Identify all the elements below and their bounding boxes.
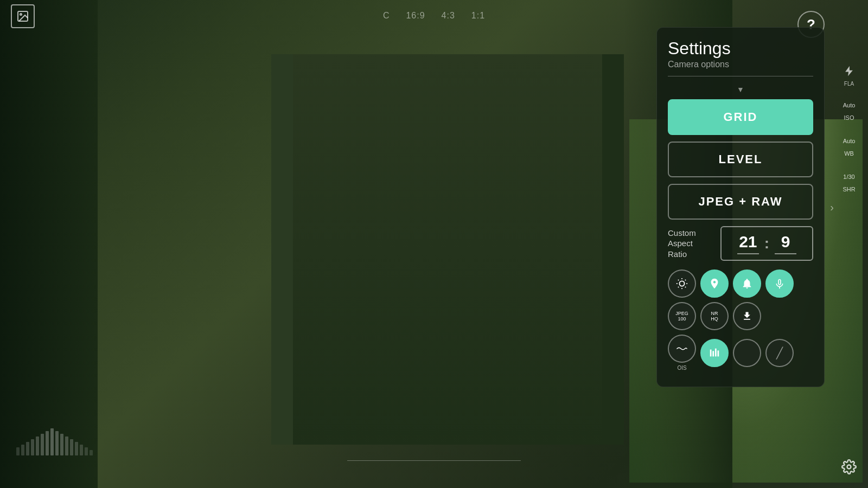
- svg-rect-13: [712, 351, 714, 356]
- flash-control[interactable]: FLA: [843, 65, 855, 87]
- jpeg-raw-button[interactable]: JPEG + RAW: [668, 184, 813, 220]
- ois-icon[interactable]: [668, 335, 696, 363]
- iso-control[interactable]: Auto ISO: [843, 98, 856, 123]
- svg-rect-12: [710, 350, 712, 357]
- bottom-icons-row2: JPEG 100 NR HQ: [668, 302, 813, 330]
- custom-aspect-label: Custom Aspect Ratio: [668, 228, 714, 260]
- download-icon[interactable]: [733, 302, 761, 330]
- right-controls: FLA Auto ISO Auto WB 1/30 SHR: [830, 0, 868, 488]
- aspect-right-value[interactable]: 9: [781, 233, 790, 251]
- nr-hq-icon[interactable]: NR HQ: [700, 302, 729, 330]
- aspect-colon: :: [764, 235, 769, 252]
- svg-rect-14: [715, 349, 717, 357]
- gallery-icon[interactable]: [11, 4, 35, 28]
- svg-point-3: [679, 281, 684, 286]
- wb-control[interactable]: Auto WB: [843, 133, 856, 158]
- settings-panel-arrow[interactable]: ›: [830, 201, 834, 214]
- empty-icon1[interactable]: [733, 339, 761, 367]
- bottom-icons-row1: [668, 269, 813, 298]
- svg-point-2: [847, 465, 851, 469]
- camera-sound-icon[interactable]: [765, 269, 794, 298]
- svg-rect-15: [718, 350, 719, 356]
- custom-aspect-row: Custom Aspect Ratio 21 : 9: [668, 226, 813, 261]
- settings-title: Settings: [668, 38, 813, 59]
- settings-panel: › Settings Camera options ▼ GRID LEVEL J…: [656, 27, 825, 387]
- ois-label: OIS: [677, 365, 686, 371]
- location-icon[interactable]: [700, 269, 729, 298]
- levels-icon[interactable]: [700, 339, 729, 367]
- bottom-icons-row3: OIS ╱: [668, 335, 813, 371]
- svg-line-6: [678, 280, 679, 280]
- settings-subtitle: Camera options: [668, 60, 813, 76]
- custom-aspect-input[interactable]: 21 : 9: [720, 226, 813, 261]
- svg-point-1: [20, 14, 22, 15]
- svg-line-7: [685, 287, 686, 287]
- jpeg100-icon[interactable]: JPEG 100: [668, 302, 696, 330]
- shr-control[interactable]: 1/30 SHR: [843, 169, 855, 194]
- chevron-down-icon: ▼: [668, 85, 813, 94]
- brightness-icon[interactable]: [668, 269, 696, 298]
- gear-settings[interactable]: [841, 459, 857, 477]
- diagonal-icon[interactable]: ╱: [765, 339, 794, 367]
- signal-bars: [16, 428, 93, 455]
- svg-line-11: [685, 280, 686, 280]
- grid-button[interactable]: GRID: [668, 99, 813, 135]
- svg-line-10: [678, 287, 679, 287]
- level-line: [347, 460, 521, 461]
- aspect-left-value[interactable]: 21: [739, 233, 757, 251]
- level-button[interactable]: LEVEL: [668, 142, 813, 177]
- shutter-sound-icon[interactable]: [733, 269, 761, 298]
